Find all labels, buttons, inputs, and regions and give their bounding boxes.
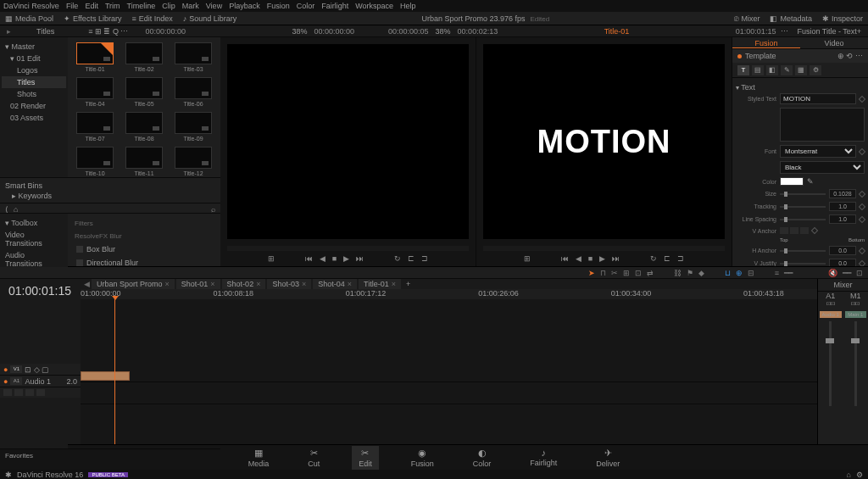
tl-next-frame-icon[interactable]: ⏭ — [612, 254, 620, 263]
font-weight-select[interactable]: Black — [780, 161, 865, 174]
page-fusion[interactable]: ◉Fusion — [404, 446, 441, 470]
source-match-frame-icon[interactable]: ⊞ — [268, 254, 275, 263]
tl-play-icon[interactable]: ▶ — [599, 254, 605, 263]
audio-track-1[interactable] — [81, 382, 817, 404]
page-edit[interactable]: ✂Edit — [352, 446, 379, 470]
bin-shots[interactable]: Shots — [2, 88, 66, 100]
position-lock-icon[interactable]: ⊟ — [748, 269, 754, 277]
thumb-title-12[interactable]: Title-12 — [171, 147, 215, 176]
tl-first-frame-icon[interactable]: ⏮ — [561, 254, 569, 263]
source-loop-icon[interactable]: ↻ — [394, 254, 401, 263]
bin-edit[interactable]: ▾ 01 Edit — [2, 53, 66, 64]
video-track-1[interactable] — [81, 370, 817, 382]
font-select[interactable]: Montserrat — [780, 145, 856, 158]
inspector-tab-fusion[interactable]: Fusion — [732, 37, 800, 48]
thumb-title-06[interactable]: Title-06 — [171, 77, 215, 107]
bin-assets[interactable]: 03 Assets — [2, 112, 66, 124]
timeline-options-icon[interactable]: ⋯ — [781, 27, 788, 36]
insp-image-icon[interactable]: ▦ — [795, 65, 807, 75]
volume-icon[interactable]: ⊡ — [856, 269, 863, 277]
page-deliver[interactable]: ✈Deliver — [589, 446, 626, 470]
track-header-v1[interactable]: ●V1⊡ ◇ ▢ — [0, 364, 81, 376]
menu-clip[interactable]: Clip — [162, 2, 175, 10]
thumb-title-08[interactable]: Title-08 — [122, 112, 166, 142]
thumb-title-04[interactable]: Title-04 — [73, 77, 117, 107]
insp-transform-icon[interactable]: ◧ — [766, 65, 778, 75]
size-keyframe[interactable] — [859, 190, 865, 197]
page-media[interactable]: ▦Media — [242, 446, 276, 470]
bin-logos[interactable]: Logos — [2, 64, 66, 76]
settings-icon[interactable]: ⚙ — [856, 471, 863, 479]
styled-text-input[interactable] — [780, 93, 856, 104]
tl-stop-icon[interactable]: ■ — [588, 254, 593, 263]
tracking-slider[interactable] — [780, 206, 826, 208]
size-value[interactable]: 0.1028 — [829, 189, 856, 198]
thumb-title-03[interactable]: Title-03 — [171, 42, 215, 72]
home-icon[interactable]: ⌂ — [847, 471, 851, 479]
styled-text-area[interactable] — [780, 108, 865, 142]
line-spacing-value[interactable]: 1.0 — [829, 214, 856, 224]
page-fairlight[interactable]: ♪Fairlight — [523, 446, 564, 469]
thumb-title-10[interactable]: Title-10 — [73, 147, 117, 176]
trim-tool-icon[interactable]: ⊓ — [600, 269, 606, 277]
thumb-title-05[interactable]: Title-05 — [122, 77, 166, 107]
line-spacing-slider[interactable] — [780, 219, 826, 220]
bin-master[interactable]: ▾ Master — [2, 41, 66, 53]
dim-icon[interactable]: ━━ — [843, 269, 851, 277]
insp-settings-icon[interactable]: ⚙ — [810, 65, 821, 75]
page-cut[interactable]: ✂Cut — [301, 446, 326, 470]
replace-icon[interactable]: ⇄ — [647, 269, 654, 277]
fx-video-transitions[interactable]: Video Transitions — [2, 229, 66, 249]
tl-tab-shot04[interactable]: Shot-04× — [313, 279, 357, 289]
inspector-tab-video[interactable]: Video — [800, 37, 868, 48]
menu-file[interactable]: File — [66, 2, 79, 10]
timeline-canvas-area[interactable] — [81, 299, 817, 444]
styled-text-keyframe[interactable] — [859, 95, 865, 102]
tl-tab-shot02[interactable]: Shot-02× — [222, 279, 266, 289]
mixer-channel-a1[interactable]: Audio 1 — [818, 306, 843, 411]
tl-tab-shot01[interactable]: Shot-01× — [176, 279, 220, 289]
menu-view[interactable]: View — [206, 2, 222, 10]
source-play-icon[interactable]: ▶ — [343, 254, 349, 263]
bin-titles[interactable]: Titles — [2, 76, 66, 88]
fader-main[interactable] — [854, 321, 857, 406]
tl-tab-add-icon[interactable]: + — [403, 280, 414, 288]
menu-app[interactable]: DaVinci Resolve — [3, 2, 59, 10]
thumb-title-11[interactable]: Title-11 — [122, 147, 166, 176]
eyedropper-icon[interactable]: ✎ — [807, 177, 814, 186]
tl-tab-main[interactable]: Urban Sport Promo× — [92, 279, 175, 289]
fx-box-blur[interactable]: Box Blur — [71, 242, 217, 256]
menu-playback[interactable]: Playback — [229, 2, 260, 10]
menu-trim[interactable]: Trim — [105, 2, 120, 10]
vanchor-keyframe[interactable] — [811, 227, 818, 234]
source-next-frame-icon[interactable]: ⏭ — [356, 254, 364, 263]
source-prev-frame-icon[interactable]: ◀ — [320, 254, 326, 263]
inspector-toggle[interactable]: ✱ Inspector — [822, 14, 863, 23]
source-out-icon[interactable]: ⊐ — [421, 254, 428, 263]
source-in-icon[interactable]: ⊏ — [408, 254, 415, 263]
color-swatch[interactable] — [780, 177, 804, 186]
bin-render[interactable]: 02 Render — [2, 100, 66, 112]
clip-title-01[interactable] — [81, 371, 130, 381]
link-icon[interactable]: ⛓ — [674, 269, 682, 277]
effects-home-icon[interactable]: ⌂ — [14, 205, 18, 211]
thumb-title-02[interactable]: Title-02 — [122, 42, 166, 72]
link-selection-icon[interactable]: ⊕ — [736, 269, 743, 277]
snap-icon[interactable]: ⊔ — [725, 269, 731, 277]
h-anchor-value[interactable]: 0.0 — [829, 246, 856, 255]
h-anchor-slider[interactable] — [780, 250, 826, 252]
zoom-slider-icon[interactable]: ━━ — [784, 269, 793, 277]
timeline-timecode[interactable]: 01:00:01:15 — [0, 279, 81, 303]
insp-layout-icon[interactable]: ▤ — [752, 65, 764, 75]
menu-color[interactable]: Color — [297, 2, 315, 10]
insp-shading-icon[interactable]: ✎ — [781, 65, 793, 75]
v-justify-value[interactable]: 0.0 — [829, 259, 856, 266]
effects-search-icon[interactable]: ⌕ — [211, 205, 215, 211]
smartbin-keywords[interactable]: ▸ Keywords — [5, 192, 215, 200]
playhead[interactable] — [114, 299, 115, 444]
timeline-scrubber[interactable] — [483, 246, 725, 251]
mixer-channel-main[interactable]: Main 1 — [843, 306, 869, 411]
fader-a1[interactable] — [829, 321, 832, 406]
line-spacing-keyframe[interactable] — [859, 215, 865, 222]
menu-timeline[interactable]: Timeline — [127, 2, 156, 10]
